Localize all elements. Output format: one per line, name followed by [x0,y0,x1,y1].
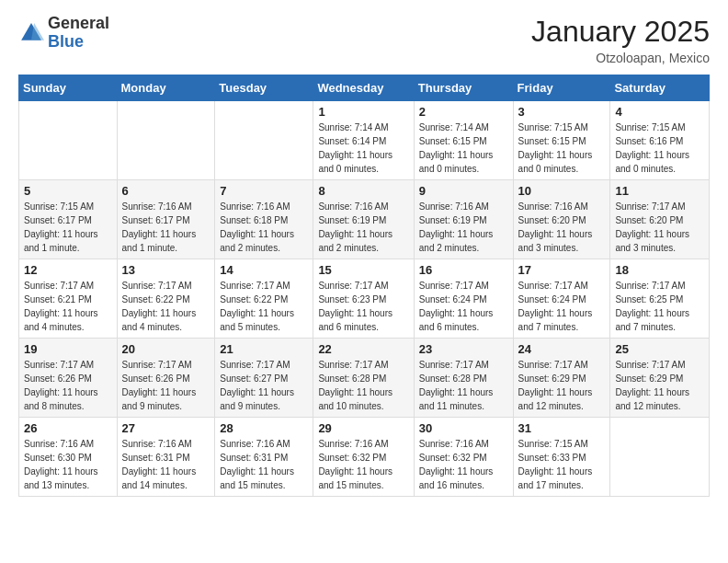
day-number: 3 [518,105,606,119]
day-info: Sunrise: 7:17 AMSunset: 6:28 PMDaylight:… [318,358,408,413]
day-info: Sunrise: 7:16 AMSunset: 6:32 PMDaylight:… [318,437,408,492]
day-info: Sunrise: 7:16 AMSunset: 6:31 PMDaylight:… [220,437,308,492]
day-number: 9 [419,184,508,198]
table-row: 1Sunrise: 7:14 AMSunset: 6:14 PMDaylight… [313,101,414,180]
table-row [610,418,710,497]
day-info: Sunrise: 7:16 AMSunset: 6:32 PMDaylight:… [419,437,508,492]
day-number: 4 [615,105,704,119]
location-subtitle: Otzoloapan, Mexico [531,51,710,65]
table-row: 13Sunrise: 7:17 AMSunset: 6:22 PMDayligh… [117,259,215,339]
col-saturday: Saturday [610,75,710,101]
day-number: 20 [122,342,210,356]
day-info: Sunrise: 7:14 AMSunset: 6:14 PMDaylight:… [318,121,408,176]
table-row [117,101,215,180]
day-number: 14 [220,263,308,277]
day-number: 26 [24,421,112,435]
day-number: 27 [122,421,210,435]
day-info: Sunrise: 7:16 AMSunset: 6:30 PMDaylight:… [24,437,112,492]
day-info: Sunrise: 7:16 AMSunset: 6:31 PMDaylight:… [122,437,210,492]
calendar-week-row: 26Sunrise: 7:16 AMSunset: 6:30 PMDayligh… [19,418,710,497]
day-number: 15 [318,263,408,277]
table-row: 22Sunrise: 7:17 AMSunset: 6:28 PMDayligh… [313,339,414,418]
day-info: Sunrise: 7:17 AMSunset: 6:25 PMDaylight:… [615,279,704,334]
day-number: 1 [318,105,408,119]
table-row: 4Sunrise: 7:15 AMSunset: 6:16 PMDaylight… [610,101,710,180]
table-row: 6Sunrise: 7:16 AMSunset: 6:17 PMDaylight… [117,180,215,259]
day-info: Sunrise: 7:17 AMSunset: 6:21 PMDaylight:… [24,279,112,334]
table-row: 25Sunrise: 7:17 AMSunset: 6:29 PMDayligh… [610,339,710,418]
day-info: Sunrise: 7:17 AMSunset: 6:29 PMDaylight:… [615,358,704,413]
table-row: 24Sunrise: 7:17 AMSunset: 6:29 PMDayligh… [513,339,610,418]
table-row: 28Sunrise: 7:16 AMSunset: 6:31 PMDayligh… [215,418,313,497]
day-number: 12 [24,263,112,277]
table-row: 11Sunrise: 7:17 AMSunset: 6:20 PMDayligh… [610,180,710,259]
day-info: Sunrise: 7:14 AMSunset: 6:15 PMDaylight:… [419,121,508,176]
calendar-header-row: Sunday Monday Tuesday Wednesday Thursday… [19,75,710,101]
table-row: 17Sunrise: 7:17 AMSunset: 6:24 PMDayligh… [513,259,610,339]
day-number: 5 [24,184,112,198]
logo-icon [18,20,44,46]
day-number: 16 [419,263,508,277]
header: General Blue January 2025 Otzoloapan, Me… [18,15,710,65]
day-info: Sunrise: 7:17 AMSunset: 6:26 PMDaylight:… [24,358,112,413]
table-row: 19Sunrise: 7:17 AMSunset: 6:26 PMDayligh… [19,339,118,418]
title-block: January 2025 Otzoloapan, Mexico [531,15,710,65]
day-info: Sunrise: 7:17 AMSunset: 6:22 PMDaylight:… [122,279,210,334]
logo-general: General [48,14,109,32]
table-row: 5Sunrise: 7:15 AMSunset: 6:17 PMDaylight… [19,180,118,259]
calendar-week-row: 19Sunrise: 7:17 AMSunset: 6:26 PMDayligh… [19,339,710,418]
day-number: 17 [518,263,606,277]
table-row: 26Sunrise: 7:16 AMSunset: 6:30 PMDayligh… [19,418,118,497]
col-monday: Monday [117,75,215,101]
table-row [215,101,313,180]
day-info: Sunrise: 7:16 AMSunset: 6:20 PMDaylight:… [518,200,606,255]
col-thursday: Thursday [414,75,513,101]
calendar-week-row: 1Sunrise: 7:14 AMSunset: 6:14 PMDaylight… [19,101,710,180]
day-number: 23 [419,342,508,356]
table-row [19,101,118,180]
day-info: Sunrise: 7:16 AMSunset: 6:19 PMDaylight:… [419,200,508,255]
day-number: 13 [122,263,210,277]
day-info: Sunrise: 7:17 AMSunset: 6:28 PMDaylight:… [419,358,508,413]
calendar-table: Sunday Monday Tuesday Wednesday Thursday… [18,75,710,497]
table-row: 27Sunrise: 7:16 AMSunset: 6:31 PMDayligh… [117,418,215,497]
day-number: 18 [615,263,704,277]
day-info: Sunrise: 7:15 AMSunset: 6:33 PMDaylight:… [518,437,606,492]
table-row: 10Sunrise: 7:16 AMSunset: 6:20 PMDayligh… [513,180,610,259]
day-info: Sunrise: 7:16 AMSunset: 6:18 PMDaylight:… [220,200,308,255]
day-number: 11 [615,184,704,198]
day-number: 29 [318,421,408,435]
table-row: 14Sunrise: 7:17 AMSunset: 6:22 PMDayligh… [215,259,313,339]
table-row: 3Sunrise: 7:15 AMSunset: 6:15 PMDaylight… [513,101,610,180]
day-info: Sunrise: 7:17 AMSunset: 6:24 PMDaylight:… [518,279,606,334]
day-number: 2 [419,105,508,119]
calendar-week-row: 12Sunrise: 7:17 AMSunset: 6:21 PMDayligh… [19,259,710,339]
day-info: Sunrise: 7:17 AMSunset: 6:29 PMDaylight:… [518,358,606,413]
day-number: 24 [518,342,606,356]
day-info: Sunrise: 7:17 AMSunset: 6:22 PMDaylight:… [220,279,308,334]
day-number: 7 [220,184,308,198]
table-row: 15Sunrise: 7:17 AMSunset: 6:23 PMDayligh… [313,259,414,339]
table-row: 29Sunrise: 7:16 AMSunset: 6:32 PMDayligh… [313,418,414,497]
svg-marker-1 [31,23,44,40]
table-row: 2Sunrise: 7:14 AMSunset: 6:15 PMDaylight… [414,101,513,180]
day-info: Sunrise: 7:17 AMSunset: 6:24 PMDaylight:… [419,279,508,334]
logo-blue: Blue [48,32,84,51]
day-info: Sunrise: 7:15 AMSunset: 6:15 PMDaylight:… [518,121,606,176]
day-number: 10 [518,184,606,198]
day-number: 21 [220,342,308,356]
table-row: 30Sunrise: 7:16 AMSunset: 6:32 PMDayligh… [414,418,513,497]
table-row: 8Sunrise: 7:16 AMSunset: 6:19 PMDaylight… [313,180,414,259]
day-info: Sunrise: 7:17 AMSunset: 6:27 PMDaylight:… [220,358,308,413]
day-info: Sunrise: 7:15 AMSunset: 6:17 PMDaylight:… [24,200,112,255]
col-wednesday: Wednesday [313,75,414,101]
table-row: 23Sunrise: 7:17 AMSunset: 6:28 PMDayligh… [414,339,513,418]
day-number: 6 [122,184,210,198]
logo-text: General Blue [48,15,109,52]
calendar-week-row: 5Sunrise: 7:15 AMSunset: 6:17 PMDaylight… [19,180,710,259]
day-info: Sunrise: 7:15 AMSunset: 6:16 PMDaylight:… [615,121,704,176]
day-info: Sunrise: 7:16 AMSunset: 6:17 PMDaylight:… [122,200,210,255]
day-number: 30 [419,421,508,435]
month-title: January 2025 [531,15,710,49]
day-info: Sunrise: 7:17 AMSunset: 6:20 PMDaylight:… [615,200,704,255]
